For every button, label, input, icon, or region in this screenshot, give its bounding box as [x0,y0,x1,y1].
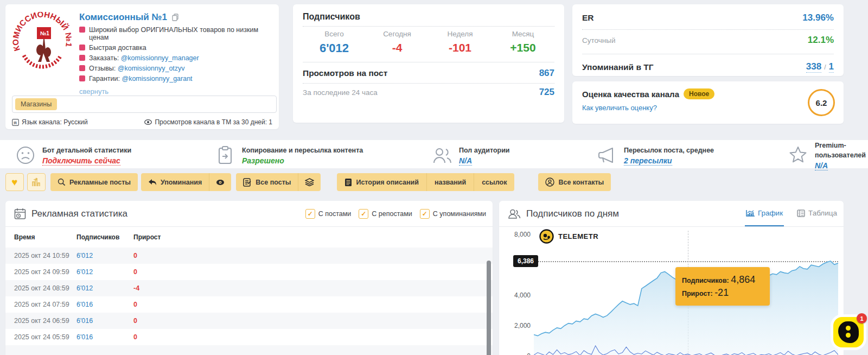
eye-icon [144,119,152,125]
channel-description-line: Гарантии: @komissionnyy_garant [79,75,272,83]
subs-value-link[interactable]: 6'016 [76,333,133,341]
mentions-count-link[interactable]: 338 [806,61,821,73]
checkbox-checked-icon: ✓ [359,209,368,219]
bullet-icon [79,45,85,50]
channel-info-strip: Бот детальной статистики Подключить сейч… [0,140,868,168]
channel-description-line: Широкий выбор ОРИГИНАЛЬНЫХ товаров по ни… [79,26,272,41]
subs-week: -101 [429,41,492,54]
document-icon [344,178,352,187]
description-link[interactable]: @komissionnyy_garant [122,75,192,83]
bullet-icon [79,55,85,61]
chat-unread-badge: 1 [857,313,867,324]
description-link[interactable]: @komissionnyy_otzyv [118,65,185,72]
quality-score: 6.2 [808,89,835,116]
subs-today: -4 [366,41,429,54]
channel-title-row: Комиссионный №1 [79,12,272,23]
strip-item-copying: Копирование и пересылка контента Разреше… [200,145,417,166]
quality-title: Оценка качества канала [582,90,679,99]
subscribers-chart[interactable]: 8,000 4,000 2,000 0 TELEMETR 6,386 Подпи… [499,226,844,355]
er-daily-row: Суточный 12.1% [582,33,834,47]
subscribers-stats: Всего6'012 Сегодня-4 Неделя-101 Месяц+15… [303,30,554,55]
all-posts-button[interactable]: Все посты [236,173,321,191]
compare-button[interactable] [27,173,46,191]
graph-tab-icon [746,210,755,217]
toolbar: ♥ Рекламные посты Упоминания Все посты И… [5,173,611,191]
mentions-eye-button[interactable] [209,173,231,191]
grouped-posts-button[interactable] [298,173,321,191]
layers-icon [305,178,314,186]
checkbox-checked-icon: ✓ [420,209,430,219]
channel-title[interactable]: Комиссионный №1 [79,12,167,22]
megaphone-icon [597,146,617,164]
subs-total: 6'012 [303,41,366,55]
er-card: ER 13.96% Суточный 12.1% Упоминаний в ТГ… [572,4,844,76]
views-24h-row: За последние 24 часа 725 [303,87,554,98]
subs-value-link[interactable]: 6'012 [76,268,133,276]
filter-with-mentions[interactable]: ✓ С упоминаниями [420,209,486,219]
strip-item-forwards: Пересылок поста, среднее 2 пересылки [582,145,773,166]
table-row: 2025 окт 24 10:59 6'012 0 [5,248,493,264]
strip-item-bot-stats: Бот детальной статистики Подключить сейч… [0,145,200,166]
ad-stats-title: Рекламная статистика [31,208,127,219]
chart-compare-icon [31,178,41,187]
channel-description-line: Отзывы: @komissionnyy_otzyv [79,65,272,72]
contact-icon [545,178,554,187]
connect-bot-link[interactable]: Подключить сейчас [42,156,120,166]
table-row [5,345,493,355]
channel-language: Я Язык канала: Русский [12,118,88,126]
history-names-button[interactable]: названий [426,173,474,191]
star-icon [788,145,808,165]
increase-score-link[interactable]: Как увеличить оценку? [582,104,657,112]
forwards-value-link[interactable]: 2 пересылки [624,156,672,166]
ad-stats-panel: Рекламная статистика ✓ С постами ✓ С реп… [5,201,493,355]
y-tick: 2,000 [502,322,531,329]
daily-subscribers-panel: Подписчиков по дням График Таблица 8,000… [499,201,844,355]
people-icon [432,145,452,165]
filter-with-posts[interactable]: ✓ С постами [305,209,352,219]
category-tag[interactable]: Магазины [15,98,57,110]
table-row: 2025 окт 24 05:59 6'016 0 [5,329,493,345]
channel-avatar: КОМИССИОННЫЙ №1 №1 [12,12,73,73]
chat-bubble-icon [838,321,859,343]
subs-value-link[interactable]: 6'012 [76,252,133,259]
tab-graph[interactable]: График [745,201,784,226]
heart-icon: ♥ [11,177,17,187]
favorite-button[interactable]: ♥ [5,173,24,191]
calendar-stats-icon [14,208,26,220]
copy-icon[interactable] [172,14,179,23]
collapse-description-link[interactable]: свернуть [79,87,108,96]
daily-subscribers-title: Подписчиков по дням [526,208,619,219]
mentions-row: Упоминаний в ТГ 338 / 1 [582,60,834,74]
ad-posts-button[interactable]: Рекламные посты [50,173,138,191]
premium-value-link[interactable]: N/A [815,161,828,170]
support-chat-button[interactable]: 1 [833,317,864,347]
table-row: 2025 окт 24 08:59 6'012 -4 [5,280,493,296]
bullet-icon [79,65,85,71]
history-links-button[interactable]: ссылок [474,173,514,191]
subs-value-link[interactable]: 6'012 [76,284,133,292]
strip-item-gender: Пол аудитории N/A [417,145,582,166]
mentions-button[interactable]: Упоминания [141,173,231,191]
gender-value-link[interactable]: N/A [459,156,472,166]
all-contacts-button[interactable]: Все контакты [538,173,611,191]
y-tick: 0 [502,352,531,355]
table-row: 2025 окт 24 07:59 6'016 0 [5,296,493,313]
bullet-icon [79,75,85,81]
tags-input[interactable]: Магазины [12,96,277,113]
subs-month: +150 [492,41,554,54]
description-link[interactable]: @komissionnyy_manager [121,54,199,62]
subscribers-icon [508,208,521,219]
subs-value-link[interactable]: 6'016 [76,317,133,325]
history-descriptions-button[interactable]: История описаний [337,173,426,191]
reply-arrow-icon [148,179,157,186]
y-tick: 8,000 [502,231,531,238]
table-scrollbar[interactable] [487,261,491,355]
mentions-secondary-link[interactable]: 1 [829,61,834,73]
table-tab-icon [797,210,805,217]
new-badge: Новое [684,88,714,99]
filter-with-reposts[interactable]: ✓ С репостами [359,209,412,219]
subs-value-link[interactable]: 6'016 [76,301,133,308]
sad-face-icon [15,145,36,165]
tab-table[interactable]: Таблица [796,201,838,226]
history-button-group: История описаний названий ссылок [337,173,514,191]
